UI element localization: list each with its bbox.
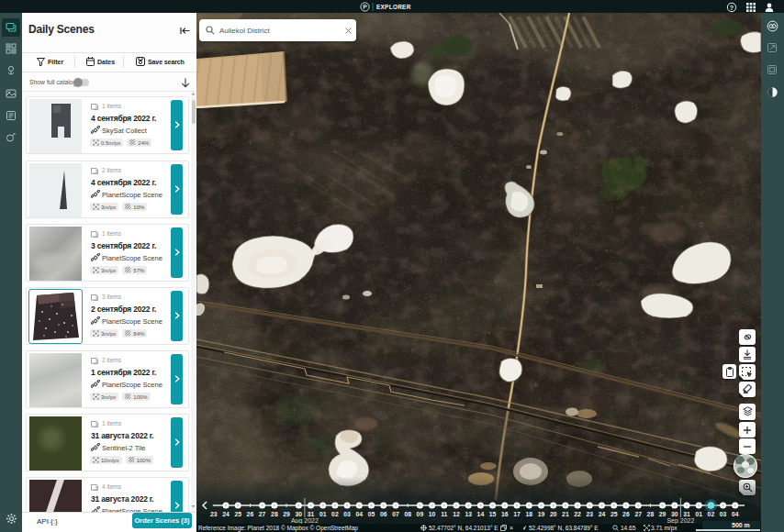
svg-text:24: 24	[599, 511, 606, 517]
svg-text:09: 09	[417, 511, 424, 517]
svg-text:P: P	[363, 4, 367, 10]
svg-text:11: 11	[441, 511, 447, 517]
svg-text:22: 22	[574, 511, 581, 517]
svg-text:29: 29	[283, 511, 290, 517]
svg-text:24: 24	[222, 511, 230, 517]
svg-text:23: 23	[210, 511, 218, 517]
svg-text:29: 29	[659, 511, 666, 517]
svg-text:31: 31	[308, 511, 315, 517]
svg-text:27: 27	[259, 511, 266, 517]
svg-text:20: 20	[550, 511, 557, 517]
svg-text:02: 02	[331, 511, 339, 517]
svg-text:04: 04	[732, 511, 739, 517]
svg-text:EXPLORER: EXPLORER	[376, 4, 411, 10]
svg-text:21: 21	[562, 511, 569, 517]
svg-text:12: 12	[453, 511, 460, 517]
svg-text:17: 17	[513, 511, 521, 517]
svg-text:16: 16	[501, 511, 509, 517]
svg-text:23: 23	[587, 511, 594, 517]
svg-text:30: 30	[296, 511, 303, 517]
svg-text:08: 08	[404, 511, 411, 517]
svg-text:06: 06	[380, 511, 387, 517]
svg-text:28: 28	[271, 511, 278, 517]
svg-text:25: 25	[610, 511, 618, 517]
svg-text:04: 04	[356, 511, 364, 517]
svg-text:30: 30	[671, 511, 678, 517]
svg-text:26: 26	[247, 511, 254, 517]
svg-text:18: 18	[526, 511, 533, 517]
svg-text:26: 26	[622, 511, 630, 517]
svg-text:07: 07	[392, 511, 399, 517]
svg-text:27: 27	[634, 511, 642, 517]
svg-text:01: 01	[695, 511, 702, 517]
svg-text:19: 19	[538, 511, 545, 517]
svg-text:14: 14	[477, 511, 485, 517]
svg-text:?: ?	[730, 4, 734, 10]
svg-text:02: 02	[708, 511, 715, 517]
svg-text:15: 15	[489, 511, 497, 517]
svg-text:31: 31	[683, 511, 690, 517]
svg-text:05: 05	[368, 511, 375, 517]
svg-text:25: 25	[234, 511, 241, 517]
svg-text:01: 01	[319, 511, 327, 517]
svg-text:10: 10	[429, 511, 436, 517]
svg-text:28: 28	[647, 511, 655, 517]
svg-text:03: 03	[343, 511, 351, 517]
svg-text:03: 03	[720, 511, 727, 517]
svg-text:13: 13	[465, 511, 472, 517]
